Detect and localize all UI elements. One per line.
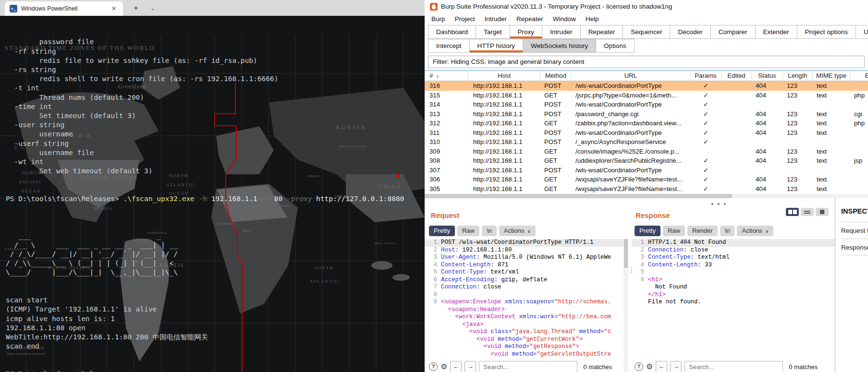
request-search-input[interactable] (479, 361, 577, 372)
pretty-button[interactable]: Pretty (635, 226, 660, 236)
next-match-button[interactable]: → (670, 361, 682, 372)
request-scrollbar[interactable] (623, 239, 628, 372)
table-cell: GET (540, 147, 572, 156)
render-button[interactable]: Render (687, 226, 718, 236)
menu-item-intruder[interactable]: Intruder (480, 13, 512, 25)
close-tab-icon[interactable]: ✕ (110, 4, 118, 13)
menu-item-project[interactable]: Project (450, 13, 480, 25)
terminal-tab-powershell[interactable]: >_ Windows PowerShell ✕ (5, 1, 123, 16)
raw-button[interactable]: Raw (457, 226, 479, 236)
actions-button[interactable]: Actions∨ (499, 226, 536, 236)
editor-line: <java> (425, 321, 623, 329)
filter-bar[interactable]: Filter: Hiding CSS, image and general bi… (428, 56, 865, 68)
column-header-url[interactable]: URL (572, 71, 690, 81)
tab-project-options[interactable]: Project options (797, 25, 856, 39)
subtab-intercept[interactable]: Intercept (428, 39, 470, 53)
pretty-button[interactable]: Pretty (429, 226, 455, 236)
line-number: 1 (632, 239, 644, 247)
tab-dropdown-icon[interactable]: ⌄ (148, 4, 158, 12)
scrollbar-thumb[interactable] (425, 194, 732, 198)
menu-item-repeater[interactable]: Repeater (512, 13, 548, 25)
response-search-input[interactable] (685, 361, 783, 372)
n-button[interactable]: \n (720, 226, 735, 236)
previous-match-button[interactable]: ← (450, 361, 462, 372)
subtab-http-history[interactable]: HTTP history (469, 39, 524, 53)
editor-line: <void method="getCurrentWork"> (425, 336, 623, 344)
table-horizontal-scrollbar[interactable] (425, 194, 868, 198)
tab-intruder[interactable]: Intruder (542, 25, 581, 39)
table-row[interactable]: 308http://192.168.1.1GET/uddiexplorer/Se… (425, 156, 868, 166)
column-header-length[interactable]: Length (783, 71, 813, 81)
request-panel-title: Request (431, 211, 459, 219)
request-view-buttons: PrettyRaw\nActions∨ (429, 226, 536, 236)
splitter-handle[interactable]: ● ● ● (711, 201, 727, 206)
request-editor[interactable]: 1POST /wls-wsat/CoordinatorPortType HTTP… (425, 239, 623, 358)
column-header-status[interactable]: Status (752, 71, 783, 81)
subtab-options[interactable]: Options (596, 39, 635, 53)
table-row[interactable]: 314http://192.168.1.1POST/wls-wsat/Coord… (425, 100, 868, 109)
response-editor[interactable]: 1HTTP/1.1 404 Not Found2Connection: clos… (632, 239, 835, 306)
single-pane-layout-button[interactable] (816, 208, 829, 216)
pane-splitter-handle[interactable]: ⋮ (628, 268, 635, 272)
help-icon[interactable]: ? (635, 362, 643, 371)
raw-button[interactable]: Raw (663, 226, 685, 236)
tab-decoder[interactable]: Decoder (670, 25, 710, 39)
table-row[interactable]: 315http://192.168.1.1GET/jsrpc.php?type=… (425, 91, 868, 100)
column-header-extension[interactable]: Extension (850, 71, 868, 81)
table-cell: GET (540, 119, 572, 128)
table-row[interactable]: 311http://192.168.1.1POST/wls-wsat/Coord… (425, 128, 868, 138)
editor-line: <void method="getServletOutputStre (425, 351, 623, 359)
new-tab-button[interactable]: + (131, 2, 141, 14)
table-row[interactable]: 310http://192.168.1.1POST/_async/AsyncRe… (425, 137, 868, 147)
subtab-websockets-history[interactable]: WebSockets history (523, 39, 596, 53)
editor-line: 4Content-Length: 871 (425, 262, 623, 269)
code-token: close (687, 247, 708, 253)
code-token: Accept-Encoding: (441, 276, 498, 283)
tab-sequencer[interactable]: Sequencer (623, 25, 670, 39)
code-token: Host: (441, 247, 459, 253)
column-header-edited[interactable]: Edited (721, 71, 752, 81)
help-icon[interactable]: ? (429, 362, 438, 371)
tab-extender[interactable]: Extender (755, 25, 797, 39)
menu-item-window[interactable]: Window (548, 13, 581, 25)
tab-comparer[interactable]: Comparer (710, 25, 756, 39)
menu-item-burp[interactable]: Burp (427, 13, 450, 25)
table-cell: http://192.168.1.1 (468, 175, 540, 184)
table-row[interactable]: 306http://192.168.1.1GET/wxjsapi/saveYZJ… (425, 175, 868, 184)
column-header-#[interactable]: #∨ (425, 71, 468, 81)
table-row[interactable]: 307http://192.168.1.1POST/wls-wsat/Coord… (425, 166, 868, 175)
column-header-method[interactable]: Method (540, 71, 572, 81)
menu-item-help[interactable]: Help (581, 13, 604, 25)
table-row[interactable]: 313http://192.168.1.1POST/password_chang… (425, 109, 868, 119)
table-row[interactable]: 305http://192.168.1.1GET/wxjsapi/saveYZJ… (425, 184, 868, 194)
code-token: "http://schemas. (554, 299, 611, 305)
actions-button[interactable]: Actions∨ (737, 226, 773, 236)
column-header-params[interactable]: Params (690, 71, 721, 81)
tab-target[interactable]: Target (476, 25, 510, 39)
tab-proxy[interactable]: Proxy (510, 25, 543, 39)
editor-line: 3User-Agent: Mozilla/5.0 (Windows NT 6.1… (425, 254, 623, 262)
gear-icon[interactable]: ⚙ (440, 362, 447, 371)
next-match-button[interactable]: → (465, 361, 476, 372)
column-header-host[interactable]: Host (468, 71, 540, 81)
table-row[interactable]: 309http://192.168.1.1GET/console/images/… (425, 147, 868, 156)
column-header-mime-type[interactable]: MIME type (813, 71, 850, 81)
tab-dashboard[interactable]: Dashboard (428, 25, 476, 39)
tab-user-options[interactable]: User options (856, 25, 868, 39)
scrollbar-thumb[interactable] (624, 239, 628, 268)
tab-repeater[interactable]: Repeater (580, 25, 623, 39)
gear-icon[interactable]: ⚙ (646, 362, 653, 371)
previous-match-button[interactable]: ← (656, 361, 667, 372)
code-token: 871 (494, 262, 509, 268)
terminal-body[interactable]: STANDARD TIME ZONES OF THE WORLDGreenlan… (0, 16, 425, 372)
table-cell: 404 (752, 175, 783, 184)
split-vertical-layout-button[interactable] (786, 208, 799, 216)
inspector-section-request-headers[interactable]: Request Headers (841, 222, 868, 239)
table-row[interactable]: 312http://192.168.1.1GET/zabbix.php?acti… (425, 119, 868, 128)
n-button[interactable]: \n (482, 226, 497, 236)
inspector-section-response-headers[interactable]: Response Headers (841, 239, 868, 255)
split-horizontal-layout-button[interactable] (801, 208, 814, 216)
code-token: File not found. (648, 299, 701, 305)
code-token: xmlns:soapenv= (501, 299, 554, 305)
table-row[interactable]: 316http://192.168.1.1POST/wls-wsat/Coord… (425, 81, 868, 91)
